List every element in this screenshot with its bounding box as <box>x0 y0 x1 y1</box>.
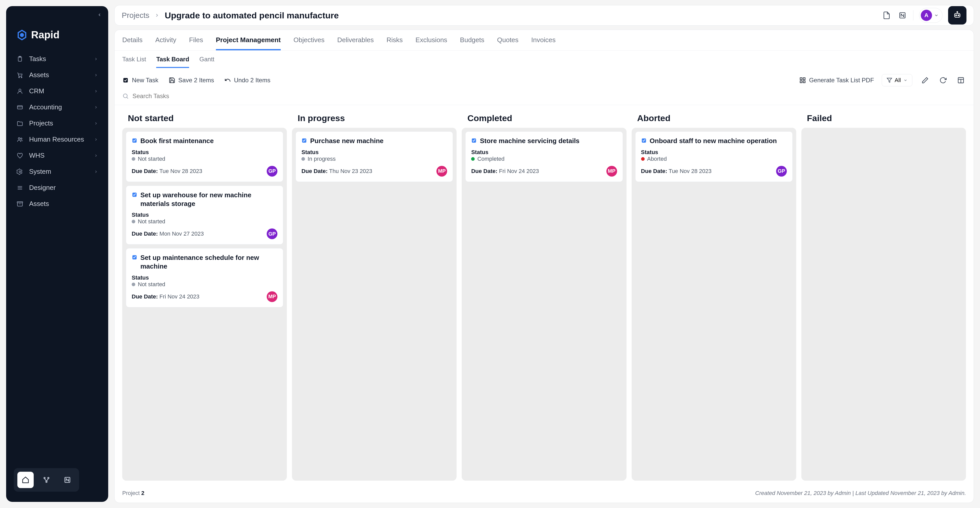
svg-point-16 <box>44 477 45 479</box>
assignee-avatar[interactable]: GP <box>267 166 277 177</box>
assignee-avatar[interactable]: GP <box>776 166 787 177</box>
undo-label: Undo 2 Items <box>234 77 270 84</box>
generate-pdf-label: Generate Task List PDF <box>809 77 874 84</box>
task-check-icon <box>471 138 477 143</box>
new-task-button[interactable]: New Task <box>122 77 159 84</box>
save-button[interactable]: Save 2 Items <box>169 77 214 84</box>
svg-point-18 <box>46 481 47 482</box>
sidebar-item-accounting[interactable]: Accounting <box>11 99 103 115</box>
assignee-avatar[interactable]: MP <box>267 291 277 302</box>
sidebar-item-projects[interactable]: Projects <box>11 115 103 131</box>
due-date: Due Date: Fri Nov 24 2023 <box>471 168 539 174</box>
task-card[interactable]: Set up maintenance schedule for new mach… <box>126 248 283 307</box>
sidebar-collapse-button[interactable] <box>96 11 103 18</box>
svg-point-17 <box>48 477 49 479</box>
layout-button[interactable] <box>956 75 966 85</box>
undo-button[interactable]: Undo 2 Items <box>224 77 270 84</box>
notion-icon-button[interactable] <box>897 10 907 21</box>
column-body[interactable]: Book first maintenance Status Not starte… <box>122 128 287 481</box>
folder-icon <box>16 120 24 127</box>
column-body[interactable] <box>801 128 966 481</box>
status-label: Status <box>641 149 787 156</box>
search-icon <box>122 93 129 99</box>
task-card[interactable]: Set up warehouse for new machine materia… <box>126 185 283 245</box>
task-card[interactable]: Store machine servicing details Status C… <box>465 131 623 182</box>
tab-quotes[interactable]: Quotes <box>497 36 519 50</box>
refresh-button[interactable] <box>938 75 948 85</box>
tab-activity[interactable]: Activity <box>155 36 176 50</box>
tab-details[interactable]: Details <box>122 36 142 50</box>
sidebar-bottom <box>6 463 108 502</box>
chevron-right-icon <box>94 89 98 93</box>
search-input[interactable] <box>132 93 966 100</box>
brand-logo[interactable]: Rapid <box>6 21 108 51</box>
sidebar-item-assets[interactable]: Assets <box>11 196 103 212</box>
status-dot-icon <box>132 220 135 223</box>
task-check-icon <box>301 138 307 143</box>
column-body[interactable]: Purchase new machine Status In progress … <box>292 128 457 481</box>
assignee-avatar[interactable]: MP <box>606 166 617 177</box>
status-value: Completed <box>477 156 504 162</box>
sidebar-item-label: Tasks <box>29 55 46 63</box>
status-value: Not started <box>138 281 165 288</box>
svg-point-3 <box>19 77 19 78</box>
chevron-right-icon <box>94 153 98 158</box>
svg-point-5 <box>19 89 21 91</box>
tab-budgets[interactable]: Budgets <box>460 36 484 50</box>
subtab-task-board[interactable]: Task Board <box>156 56 189 68</box>
board-column-not-started: Not started Book first maintenance Statu… <box>122 111 287 481</box>
tab-exclusions[interactable]: Exclusions <box>415 36 447 50</box>
tab-risks[interactable]: Risks <box>387 36 403 50</box>
sidebar-item-human-resources[interactable]: Human Resources <box>11 131 103 147</box>
task-card[interactable]: Purchase new machine Status In progress … <box>296 131 453 182</box>
generate-pdf-button[interactable]: Generate Task List PDF <box>799 77 874 84</box>
tab-objectives[interactable]: Objectives <box>293 36 325 50</box>
column-title: Completed <box>462 111 626 128</box>
sidebar-item-system[interactable]: System <box>11 163 103 180</box>
svg-point-0 <box>21 34 24 36</box>
chevron-right-icon <box>154 13 159 18</box>
subtab-task-list[interactable]: Task List <box>122 56 146 68</box>
svg-point-9 <box>21 138 22 139</box>
sidebar-item-whs[interactable]: WHS <box>11 147 103 163</box>
document-icon-button[interactable] <box>881 10 892 21</box>
bottom-notion-button[interactable] <box>59 472 76 488</box>
topbar: Projects Upgrade to automated pencil man… <box>115 5 974 26</box>
column-title: Failed <box>801 111 966 128</box>
tab-files[interactable]: Files <box>189 36 203 50</box>
bottom-network-button[interactable] <box>38 472 55 488</box>
status-label: Status <box>132 212 277 218</box>
sidebar-item-crm[interactable]: CRM <box>11 83 103 99</box>
sidebar-item-label: Designer <box>29 184 56 192</box>
sidebar-item-tasks[interactable]: Tasks <box>11 51 103 67</box>
tab-invoices[interactable]: Invoices <box>531 36 555 50</box>
chevron-down-icon <box>934 13 939 18</box>
subtab-gantt[interactable]: Gantt <box>199 56 215 68</box>
team-icon <box>16 136 24 143</box>
assignee-avatar[interactable]: GP <box>267 228 277 239</box>
column-body[interactable]: Store machine servicing details Status C… <box>462 128 626 481</box>
chevron-down-icon <box>904 78 907 82</box>
filter-dropdown[interactable]: All <box>882 74 912 86</box>
due-date: Due Date: Tue Nov 28 2023 <box>132 168 202 174</box>
column-body[interactable]: Onboard staff to new machine operation S… <box>632 128 796 481</box>
edit-button[interactable] <box>920 75 930 85</box>
task-card[interactable]: Book first maintenance Status Not starte… <box>126 131 283 182</box>
status-label: Status <box>132 275 277 281</box>
save-label: Save 2 Items <box>178 77 214 84</box>
tab-project-management[interactable]: Project Management <box>216 36 281 50</box>
user-icon <box>16 88 24 95</box>
breadcrumb-root[interactable]: Projects <box>122 11 149 20</box>
tab-deliverables[interactable]: Deliverables <box>337 36 374 50</box>
sidebar-item-designer[interactable]: Designer <box>11 180 103 196</box>
chat-assistant-button[interactable] <box>948 6 966 24</box>
assignee-avatar[interactable]: MP <box>436 166 447 177</box>
sidebar: Rapid Tasks Assets CRM Accounting Projec… <box>6 6 108 502</box>
bottom-home-button[interactable] <box>18 472 34 488</box>
task-check-icon <box>641 138 647 143</box>
svg-point-25 <box>957 11 958 12</box>
user-menu[interactable]: A <box>919 8 942 23</box>
sidebar-item-assets[interactable]: Assets <box>11 67 103 83</box>
chevron-right-icon <box>94 73 98 77</box>
task-card[interactable]: Onboard staff to new machine operation S… <box>635 131 793 182</box>
